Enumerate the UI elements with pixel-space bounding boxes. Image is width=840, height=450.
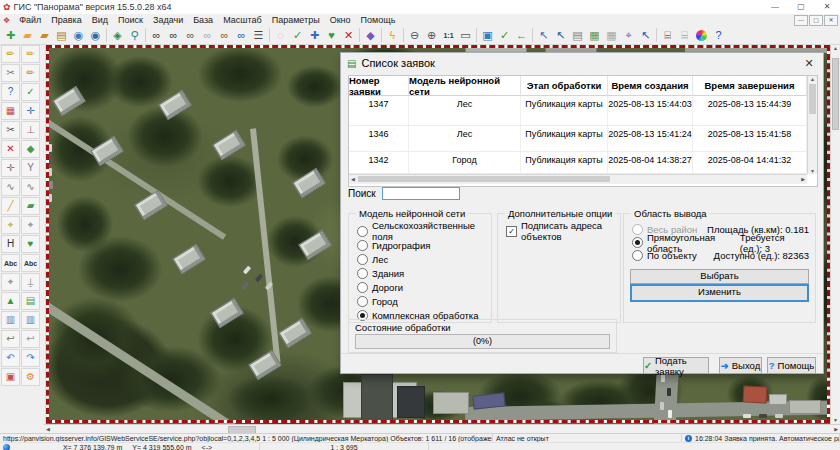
tool-color-wheel[interactable] (693, 27, 710, 43)
tool-select-panel[interactable]: ↖ (535, 27, 552, 43)
column-header[interactable]: Время завершения (693, 76, 807, 96)
tool-topology[interactable]: ⊥ (21, 121, 40, 139)
tool-graph-node[interactable]: ⍊ (21, 273, 40, 291)
tool-text-abc[interactable]: Abc (1, 254, 20, 272)
tool-legend[interactable]: ⚲ (126, 27, 143, 43)
scroll-right-arrow-icon[interactable]: ▶ (801, 176, 805, 182)
tool-select-object[interactable]: ↖ (552, 27, 569, 43)
tool-chart1[interactable]: ▥ (1, 311, 20, 329)
table-cell[interactable]: Публикация карты (521, 152, 608, 174)
table-cell[interactable]: 2025-08-13 15:41:24 (608, 126, 693, 152)
scroll-right-arrow-icon[interactable]: ▶ (834, 426, 838, 432)
tool-torch2[interactable]: ⌖ (1, 273, 20, 291)
table-cell[interactable]: 2025-08-13 15:44:03 (608, 96, 693, 126)
radio-rectangular-area[interactable]: Прямоугольная область (624, 236, 740, 249)
tool-chart2[interactable]: ▥ (21, 311, 40, 329)
tool-view-select[interactable]: ▣ (479, 27, 496, 43)
help-button[interactable]: ? Помощь (767, 357, 816, 374)
tool-print-setup[interactable]: ⌸ (676, 27, 693, 43)
tool-highlight-object[interactable]: ♥ (323, 27, 340, 43)
table-cell[interactable]: Город (409, 152, 521, 174)
submit-request-button[interactable]: ✓ Подать заявку (643, 357, 709, 374)
tool-pointer[interactable]: ↖ (637, 27, 654, 43)
dialog-close-button[interactable]: ✕ (795, 53, 823, 73)
menu-Масштаб[interactable]: Масштаб (218, 15, 267, 25)
table-cell[interactable]: 1346 (349, 126, 409, 152)
table-cell[interactable]: 1347 (349, 96, 409, 126)
table-horizontal-scrollbar[interactable]: ◀▶ (349, 174, 807, 184)
table-vertical-scrollbar[interactable]: ▲▼ (807, 76, 817, 174)
scroll-down-arrow-icon[interactable]: ▼ (808, 168, 817, 174)
scroll-up-arrow-icon[interactable]: ▲ (831, 45, 840, 51)
tool-statistics[interactable]: ◆ (362, 27, 379, 43)
tool-spline1[interactable]: ∿ (1, 178, 20, 196)
change-area-button[interactable]: Изменить (630, 284, 809, 302)
tool-edit-create[interactable]: ✏ (1, 45, 20, 63)
table-scroll-thumb[interactable] (809, 84, 816, 114)
tool-undo-small[interactable]: ↩ (1, 330, 20, 348)
tool-money-green[interactable]: ▤ (21, 292, 40, 310)
tool-spline2[interactable]: ∿ (21, 178, 40, 196)
table-cell[interactable]: 1342 (349, 152, 409, 174)
tool-delete-object[interactable]: ✕ (1, 140, 20, 158)
table-cell[interactable]: Лес (409, 126, 521, 152)
tool-open-geoportal[interactable]: ◉ (70, 27, 87, 43)
table-cell[interactable]: 2025-08-13 15:41:58 (693, 126, 807, 152)
tool-edit-accept[interactable]: ✓ (21, 83, 40, 101)
radio-by-object[interactable]: По объекту (624, 249, 697, 262)
table-hscroll-thumb[interactable] (358, 176, 610, 182)
menu-Параметры[interactable]: Параметры (267, 15, 325, 25)
tool-fill-object[interactable]: ◆ (21, 140, 40, 158)
tool-cut-object[interactable]: ✂ (1, 121, 20, 139)
tool-torch-a[interactable]: ⌖ (1, 216, 20, 234)
select-area-button[interactable]: Выбрать (630, 269, 809, 284)
tool-help-pointer[interactable]: ? (710, 27, 727, 43)
radio-buildings[interactable]: Здания (349, 266, 491, 280)
search-input[interactable] (382, 187, 460, 200)
column-header[interactable]: Номер заявки (349, 76, 409, 96)
tool-open-folder-photo[interactable]: ▰ (36, 27, 53, 43)
menu-Вид[interactable]: Вид (87, 15, 113, 25)
radio-agriculture[interactable]: Сельскохозяйственные поля (349, 224, 491, 238)
menu-Правка[interactable]: Правка (46, 15, 86, 25)
table-cell[interactable]: 2025-08-04 14:38:27 (608, 152, 693, 174)
table-cell[interactable]: Лес (409, 96, 521, 126)
table-cell[interactable]: Публикация карты (521, 126, 608, 152)
tool-image-tool[interactable]: ▣ (1, 368, 20, 386)
tool-torch[interactable]: ⌖ (21, 216, 40, 234)
tool-redo-big[interactable]: ↷ (21, 349, 40, 367)
mdi-restore-button[interactable]: ▢ (809, 15, 823, 26)
tool-print[interactable]: ⌸ (659, 27, 676, 43)
tool-find-continue[interactable]: ∞ (233, 27, 250, 43)
table-cell[interactable]: Публикация карты (521, 96, 608, 126)
tool-object-list[interactable]: ☰ (250, 27, 267, 43)
tool-map-move[interactable]: ▦ (603, 27, 620, 43)
tool-junction[interactable]: Y (21, 159, 40, 177)
menu-База[interactable]: База (188, 15, 218, 25)
tool-highlight-clear[interactable]: ◌ (272, 27, 289, 43)
exit-button[interactable]: ➜ Выход (719, 357, 762, 374)
menu-Задачи[interactable]: Задачи (148, 15, 188, 25)
scroll-down-arrow-icon[interactable]: ▼ (831, 417, 840, 423)
tool-settings-gear[interactable]: ⚙ (21, 368, 40, 386)
mdi-close-button[interactable]: ✕ (824, 15, 838, 26)
tool-fit-frame[interactable]: ▭ (457, 27, 474, 43)
tool-find-address[interactable]: ∞ (216, 27, 233, 43)
tool-triangle-green[interactable]: ▲ (1, 292, 20, 310)
tool-edit-semantics[interactable]: ▦ (1, 102, 20, 120)
tool-horizontal-h[interactable]: H (1, 235, 20, 253)
tool-undo-big[interactable]: ↶ (1, 349, 20, 367)
tool-run-task[interactable]: ϟ (384, 27, 401, 43)
checkbox-sign-addresses[interactable]: ✓ Подписать адреса объектов (498, 224, 620, 238)
table-cell[interactable]: 2025-08-13 15:44:39 (693, 96, 807, 126)
radio-forest[interactable]: Лес (349, 252, 491, 266)
minimize-button[interactable]: — (762, 0, 788, 14)
menu-Окно[interactable]: Окно (325, 15, 356, 25)
dialog-title-bar[interactable]: ▤ Список заявок ✕ (341, 53, 823, 73)
tool-layers[interactable]: ◈ (109, 27, 126, 43)
tool-zoom-out[interactable]: ⊖ (406, 27, 423, 43)
tool-move-object[interactable]: ✛ (21, 102, 40, 120)
scroll-up-arrow-icon[interactable]: ▲ (808, 76, 817, 82)
tool-node-edit[interactable]: ✛ (1, 159, 20, 177)
tool-map-export[interactable]: ▦ (586, 27, 603, 43)
